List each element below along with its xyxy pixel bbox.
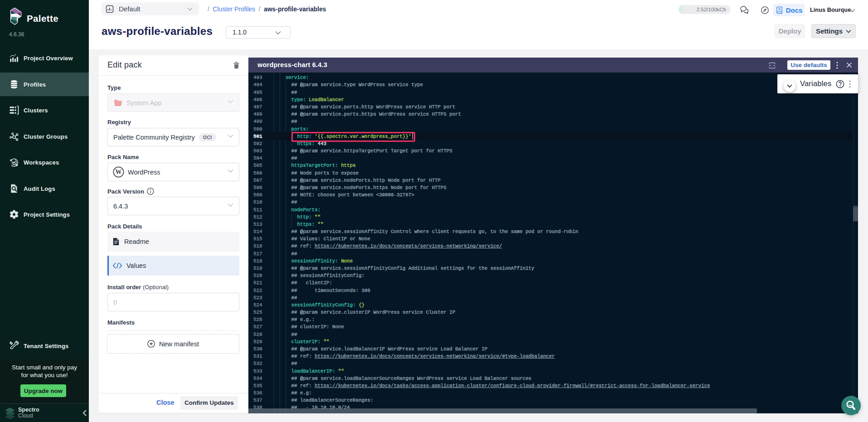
svg-text:Palette: Palette [27,13,58,24]
svg-text:W: W [116,169,122,175]
